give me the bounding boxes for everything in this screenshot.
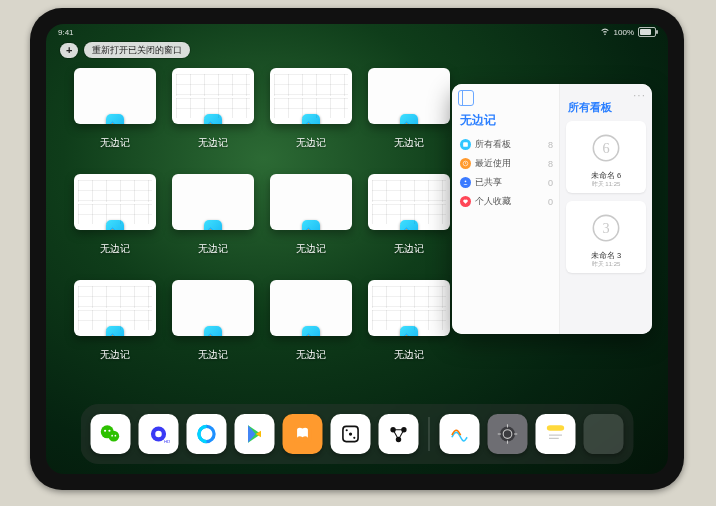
svg-text:3: 3 — [602, 220, 609, 236]
dock-app-notes[interactable] — [536, 414, 576, 454]
freeform-app-icon — [204, 326, 222, 336]
dock-app-books[interactable] — [283, 414, 323, 454]
ipad-screen: 9:41 100% + 重新打开已关闭的窗口 无边记无边记无边记无边记无边记无边… — [46, 24, 668, 474]
panel-category-item[interactable]: 已共享0 — [458, 173, 555, 192]
window-label: 无边记 — [270, 242, 352, 256]
window-thumbnail — [270, 174, 352, 230]
svg-text:6: 6 — [602, 140, 609, 156]
window-thumbnail — [172, 280, 254, 336]
svg-rect-0 — [463, 142, 468, 147]
window-tile[interactable]: 无边记 — [270, 68, 352, 150]
freeform-sidebar-popover: 无边记 所有看板8最近使用8已共享0个人收藏0 ··· 所有看板 6未命名 6昨… — [452, 84, 652, 334]
status-bar: 9:41 100% — [46, 24, 668, 40]
dock-app-qqbrowser[interactable] — [187, 414, 227, 454]
freeform-app-icon — [400, 114, 418, 124]
wifi-icon — [600, 26, 610, 38]
window-label: 无边记 — [74, 242, 156, 256]
svg-point-19 — [349, 432, 352, 435]
sidebar-toggle-icon[interactable] — [458, 90, 474, 106]
category-count: 8 — [548, 159, 553, 169]
window-thumbnail — [270, 68, 352, 124]
board-name: 未命名 6 — [570, 171, 642, 180]
dock-app-library[interactable] — [584, 414, 624, 454]
dock-app-wechat[interactable] — [91, 414, 131, 454]
board-timestamp: 昨天 11:25 — [570, 260, 642, 269]
panel-app-title: 无边记 — [460, 112, 555, 129]
category-icon — [460, 177, 471, 188]
board-card[interactable]: 3未命名 3昨天 11:25 — [566, 201, 646, 273]
freeform-app-icon — [106, 114, 124, 124]
dock-app-play[interactable] — [235, 414, 275, 454]
panel-category-item[interactable]: 个人收藏0 — [458, 192, 555, 211]
window-tile[interactable]: 无边记 — [74, 68, 156, 150]
category-icon — [460, 158, 471, 169]
more-icon[interactable]: ··· — [633, 88, 646, 102]
window-thumbnail — [74, 174, 156, 230]
window-label: 无边记 — [368, 348, 450, 362]
freeform-app-icon — [204, 114, 222, 124]
dock-app-settings[interactable] — [488, 414, 528, 454]
category-label: 已共享 — [475, 176, 502, 189]
category-count: 0 — [548, 197, 553, 207]
window-tile[interactable]: 无边记 — [74, 174, 156, 256]
freeform-app-icon — [302, 220, 320, 230]
svg-point-9 — [104, 430, 106, 432]
board-card[interactable]: 6未命名 6昨天 11:25 — [566, 121, 646, 193]
dock-app-dice[interactable] — [331, 414, 371, 454]
status-battery-pct: 100% — [614, 28, 634, 37]
svg-text:HD: HD — [164, 439, 170, 444]
window-tile[interactable]: 无边记 — [270, 280, 352, 362]
window-label: 无边记 — [172, 136, 254, 150]
svg-point-12 — [115, 435, 117, 437]
dock-separator — [429, 417, 430, 451]
window-tile[interactable]: 无边记 — [368, 280, 450, 362]
category-label: 个人收藏 — [475, 195, 511, 208]
freeform-app-icon — [400, 220, 418, 230]
category-count: 0 — [548, 178, 553, 188]
window-thumbnail — [74, 280, 156, 336]
window-tile[interactable]: 无边记 — [368, 68, 450, 150]
window-tile[interactable]: 无边记 — [270, 174, 352, 256]
window-label: 无边记 — [74, 136, 156, 150]
window-overview-grid: 无边记无边记无边记无边记无边记无边记无边记无边记无边记无边记无边记无边记 — [74, 68, 454, 362]
reopen-closed-window-button[interactable]: 重新打开已关闭的窗口 — [84, 42, 190, 58]
dock: HD — [81, 404, 634, 464]
dock-app-freeform[interactable] — [440, 414, 480, 454]
category-count: 8 — [548, 140, 553, 150]
new-window-button[interactable]: + — [60, 43, 78, 58]
window-tile[interactable]: 无边记 — [74, 280, 156, 362]
window-label: 无边记 — [368, 242, 450, 256]
window-tile[interactable]: 无边记 — [172, 174, 254, 256]
freeform-app-icon — [106, 220, 124, 230]
freeform-app-icon — [400, 326, 418, 336]
dock-app-nodes[interactable] — [379, 414, 419, 454]
window-thumbnail — [172, 68, 254, 124]
ipad-frame: 9:41 100% + 重新打开已关闭的窗口 无边记无边记无边记无边记无边记无边… — [30, 8, 684, 490]
panel-boards-title: 所有看板 — [568, 100, 646, 115]
window-tile[interactable]: 无边记 — [172, 280, 254, 362]
category-label: 最近使用 — [475, 157, 511, 170]
svg-point-26 — [500, 426, 515, 441]
window-tile[interactable]: 无边记 — [368, 174, 450, 256]
category-icon — [460, 139, 471, 150]
svg-point-2 — [465, 180, 467, 182]
panel-category-item[interactable]: 最近使用8 — [458, 154, 555, 173]
panel-categories: 无边记 所有看板8最近使用8已共享0个人收藏0 — [452, 84, 560, 334]
stage-manager-controls: + 重新打开已关闭的窗口 — [60, 42, 190, 58]
svg-point-10 — [108, 430, 110, 432]
svg-point-21 — [353, 437, 355, 439]
dock-app-quark[interactable]: HD — [139, 414, 179, 454]
window-thumbnail — [270, 280, 352, 336]
window-tile[interactable]: 无边记 — [172, 68, 254, 150]
svg-point-8 — [108, 431, 119, 442]
svg-point-11 — [111, 435, 113, 437]
board-thumbnail: 3 — [570, 205, 642, 251]
freeform-app-icon — [302, 114, 320, 124]
panel-category-item[interactable]: 所有看板8 — [458, 135, 555, 154]
svg-point-14 — [155, 431, 162, 438]
freeform-app-icon — [106, 326, 124, 336]
board-timestamp: 昨天 11:25 — [570, 180, 642, 189]
window-label: 无边记 — [270, 136, 352, 150]
window-label: 无边记 — [270, 348, 352, 362]
window-label: 无边记 — [368, 136, 450, 150]
